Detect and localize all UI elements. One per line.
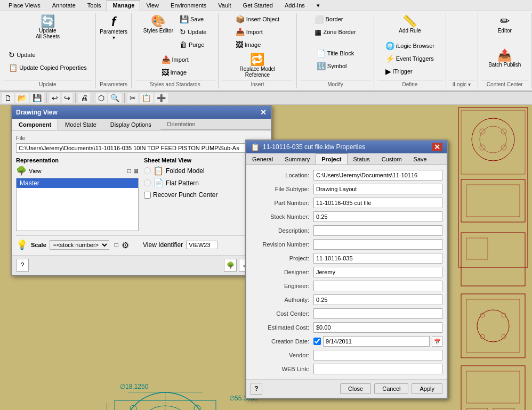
tab-display-options[interactable]: Display Options <box>103 119 158 130</box>
drawing-view-close-button[interactable]: ✕ <box>260 108 267 117</box>
hex-button[interactable]: ⬡ <box>96 93 107 103</box>
cut-button[interactable]: ✂ <box>127 93 138 103</box>
cost-center-input[interactable] <box>313 308 442 319</box>
tab-add-ins[interactable]: Add-Ins <box>279 0 311 11</box>
update-copied-button[interactable]: 📋 Update Copied Properties <box>6 62 90 73</box>
description-row: Description: <box>251 225 442 236</box>
symbol-button[interactable]: 🔣 Symbol <box>314 60 357 72</box>
tab-summary[interactable]: Summary <box>279 153 316 165</box>
close-button[interactable]: Close <box>340 383 371 394</box>
purge-label: Purge <box>189 42 204 48</box>
open-button[interactable]: 📂 <box>15 93 29 103</box>
batch-publish-button[interactable]: 📤 Batch Publish <box>486 47 523 70</box>
redo-button[interactable]: ↪ <box>62 93 72 103</box>
view-identifier-input[interactable] <box>186 241 218 249</box>
zoom-button[interactable]: 🔍 <box>108 93 122 103</box>
view-icon-2: ⊞ <box>133 167 139 175</box>
editor-button[interactable]: ✏ Editor <box>494 13 515 36</box>
description-input[interactable] <box>313 225 442 236</box>
add-rule-button[interactable]: 📏 Add Rule <box>396 13 423 36</box>
ilogic-browser-button[interactable]: 🌐 iLogic Browser <box>383 40 437 52</box>
save-file-button[interactable]: 💾 <box>30 93 44 103</box>
view-list-box[interactable]: Master <box>16 178 139 231</box>
update-style-button[interactable]: ↻ Update <box>177 26 209 38</box>
tab-annotate[interactable]: Annotate <box>46 0 82 11</box>
zone-border-button[interactable]: ▦ Zone Border <box>312 26 358 38</box>
new-button[interactable]: 🗋 <box>2 93 14 103</box>
border-button[interactable]: ⬜ Border <box>312 13 358 25</box>
undo-button[interactable]: ↩ <box>50 93 60 103</box>
ribbon-group-content-center: ✏ Editor 📤 Batch Publish Content Center <box>478 13 532 88</box>
image-insert-button[interactable]: 🖼 Image <box>233 39 282 51</box>
calendar-button[interactable]: 📅 <box>432 336 442 347</box>
recover-punch-checkbox[interactable] <box>144 192 151 199</box>
save-button[interactable]: 💾 Save <box>177 13 209 25</box>
tab-manage[interactable]: Manage <box>107 0 140 11</box>
authority-input[interactable] <box>313 294 442 305</box>
print-button[interactable]: 🖨 <box>78 93 90 103</box>
vendor-input[interactable] <box>313 350 442 360</box>
engineer-input[interactable] <box>313 281 442 291</box>
view-identifier-group: View Identifier <box>143 241 218 249</box>
tab-view[interactable]: View <box>140 0 165 11</box>
tab-status[interactable]: Status <box>348 153 376 165</box>
tree-view-button[interactable]: 🌳 <box>224 259 237 272</box>
tab-more[interactable]: ▾ <box>311 0 326 11</box>
revision-number-input[interactable] <box>313 239 442 250</box>
web-link-input[interactable] <box>313 364 442 374</box>
creation-date-checkbox[interactable] <box>313 338 321 345</box>
part-number-input[interactable] <box>313 198 442 208</box>
tab-vault[interactable]: Vault <box>212 0 237 11</box>
creation-date-input[interactable] <box>323 336 430 347</box>
tab-model-state[interactable]: Model State <box>58 119 103 130</box>
image-insert-icon: 🖼 <box>236 40 243 49</box>
file-path-input[interactable] <box>16 143 267 153</box>
replace-model-button[interactable]: 🔁 Replace ModelReference <box>237 52 278 80</box>
flat-pattern-icon: 📄 <box>153 178 164 188</box>
update-button[interactable]: ↻ Update <box>6 49 90 61</box>
estimated-cost-row: Estimated Cost: <box>251 322 442 333</box>
help-button[interactable]: ? <box>16 259 29 272</box>
scale-select[interactable]: =<stock number> <box>50 240 109 250</box>
tab-component[interactable]: Component <box>12 119 58 130</box>
properties-close-button[interactable]: ✕ <box>432 143 442 151</box>
update-all-sheets-button[interactable]: 🔄 UpdateAll Sheets <box>33 13 62 42</box>
props-help-button[interactable]: ? <box>251 383 262 395</box>
insert-object-button[interactable]: 📦 Insert Object <box>233 13 282 25</box>
tab-save[interactable]: Save <box>408 153 433 165</box>
location-input[interactable] <box>313 170 442 181</box>
add-button[interactable]: ➕ <box>155 93 168 103</box>
cancel-button[interactable]: Cancel <box>374 383 408 394</box>
project-input[interactable] <box>313 253 442 264</box>
image-button[interactable]: 🖼 Image <box>159 67 191 78</box>
tab-environments[interactable]: Environments <box>165 0 212 11</box>
import-insert-button[interactable]: 📥 Import <box>233 26 282 38</box>
itrigger-button[interactable]: ▶ iTrigger <box>383 65 437 77</box>
tab-place-views[interactable]: Place Views <box>3 0 46 11</box>
purge-button[interactable]: 🗑 Purge <box>177 39 209 51</box>
tab-custom[interactable]: Custom <box>376 153 408 165</box>
parameters-icon: f <box>111 15 116 28</box>
event-triggers-button[interactable]: ⚡ Event Triggers <box>383 53 437 64</box>
apply-button[interactable]: Apply <box>412 383 442 394</box>
view-tree-icon: 🌳 <box>16 166 27 176</box>
stock-number-input[interactable] <box>313 211 442 222</box>
tab-tools[interactable]: Tools <box>82 0 107 11</box>
designer-input[interactable] <box>313 267 442 277</box>
estimated-cost-input[interactable] <box>313 322 442 333</box>
tab-general[interactable]: General <box>246 153 279 165</box>
tab-get-started[interactable]: Get Started <box>237 0 279 11</box>
part-number-row: Part Number: <box>251 197 442 209</box>
styles-editor-button[interactable]: 🎨 Styles Editor <box>141 13 176 36</box>
file-subtype-input[interactable] <box>313 184 442 194</box>
master-list-item[interactable]: Master <box>17 178 138 188</box>
copy-button[interactable]: 📋 <box>140 93 153 103</box>
group-insert-label: Insert <box>222 80 293 88</box>
drawing-view-title: Drawing View <box>16 109 58 116</box>
parameters-button[interactable]: f Parameters ▾ <box>97 13 130 43</box>
svg-rect-32 <box>461 366 525 410</box>
ribbon-group-update: 🔄 UpdateAll Sheets ↻ Update 📋 Update Cop… <box>0 13 96 88</box>
import-button[interactable]: 📥 Import <box>159 54 191 65</box>
title-block-button[interactable]: 📄 Title Block <box>314 47 357 59</box>
tab-project[interactable]: Project <box>316 153 347 165</box>
